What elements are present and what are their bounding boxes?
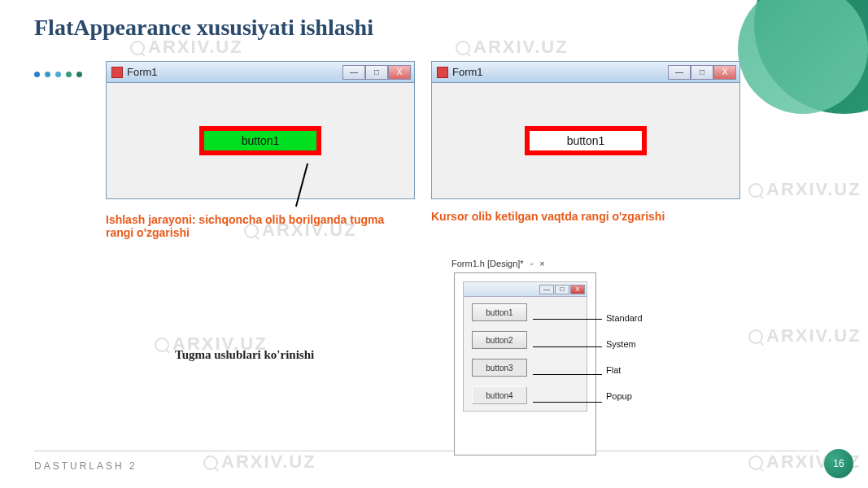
label-standard: Standard <box>606 313 643 323</box>
design-surface: — □ X button1 button2 button3 button4 <box>454 272 596 455</box>
minimize-button[interactable]: — <box>668 65 691 80</box>
window-title: Form1 <box>127 66 158 78</box>
close-tab-icon[interactable]: × <box>539 259 544 268</box>
page-number: 16 <box>824 449 853 478</box>
connector-line <box>533 374 602 375</box>
label-popup: Popup <box>606 391 643 401</box>
titlebar: Form1 — □ X <box>107 62 414 83</box>
caption-leave: Kursor olib ketilgan vaqtda rangi o'zgar… <box>431 210 675 223</box>
window-title: Form1 <box>452 66 483 78</box>
form-icon <box>111 67 123 78</box>
demo-window-leave: Form1 — □ X button1 <box>431 61 740 199</box>
titlebar: Form1 — □ X <box>432 62 739 83</box>
label-system: System <box>606 339 643 349</box>
maximize-button[interactable]: □ <box>365 65 388 80</box>
button-popup[interactable]: button4 <box>472 386 527 404</box>
label-flat: Flat <box>606 365 643 375</box>
footer-divider <box>34 451 819 451</box>
form-icon <box>437 67 448 78</box>
demo-button-hover[interactable]: button1 <box>199 126 322 155</box>
corner-decor <box>722 0 868 146</box>
close-button[interactable]: X <box>713 65 736 80</box>
close-button[interactable]: X <box>388 65 411 80</box>
connector-line <box>533 346 602 347</box>
maximize-button[interactable]: □ <box>691 65 713 80</box>
watermark: ARXIV.UZ <box>456 37 569 58</box>
slide-title: FlatAppearance xususiyati ishlashi <box>34 15 373 41</box>
styles-caption: Tugma uslublari ko'rinishi <box>175 348 314 362</box>
button-standard[interactable]: button1 <box>472 303 527 321</box>
button-system[interactable]: button2 <box>472 331 527 349</box>
watermark: ARXIV.UZ <box>748 179 861 200</box>
footer-text: DASTURLASH 2 <box>34 460 137 472</box>
button-flat[interactable]: button3 <box>472 359 527 377</box>
mini-titlebar: — □ X <box>464 282 587 297</box>
designer-tab: Form1.h [Design]* ▫ × <box>451 259 545 268</box>
caption-hover: Ishlash jarayoni: sichqoncha olib borilg… <box>106 213 399 239</box>
connector-line <box>533 319 602 320</box>
style-labels: Standard System Flat Popup <box>606 313 643 401</box>
minimize-button[interactable]: — <box>342 65 365 80</box>
pin-icon[interactable]: ▫ <box>530 259 534 268</box>
connector-line <box>533 402 602 403</box>
demo-window-hover: Form1 — □ X button1 <box>106 61 415 199</box>
watermark: ARXIV.UZ <box>748 325 861 346</box>
maximize-button[interactable]: □ <box>555 285 569 294</box>
close-button[interactable]: X <box>570 285 585 294</box>
watermark: ARXIV.UZ <box>203 451 316 473</box>
accent-dots <box>34 72 82 77</box>
designer-tab-label: Form1.h [Design]* <box>451 259 524 268</box>
demo-button-normal[interactable]: button1 <box>525 126 648 155</box>
minimize-button[interactable]: — <box>539 285 554 294</box>
